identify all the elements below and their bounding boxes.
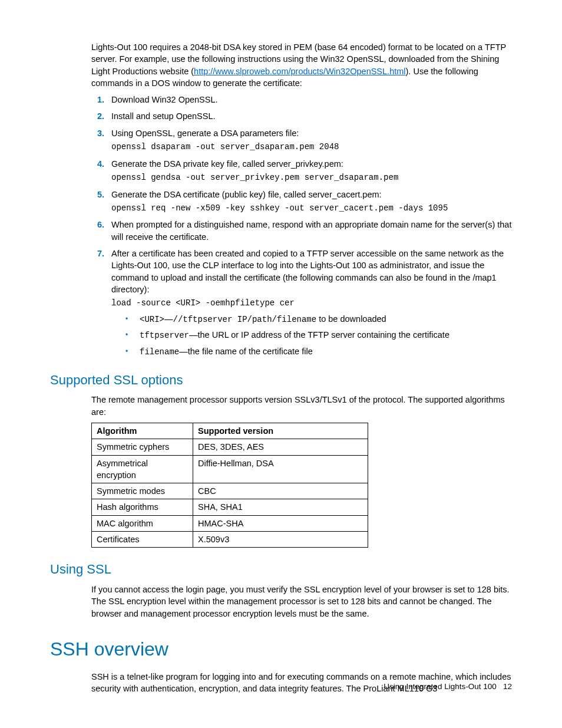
cell: Symmetric modes <box>92 483 193 499</box>
cell: Symmetric cyphers <box>92 439 193 455</box>
bullet-code2: //tftpserver IP/path/filename <box>173 315 317 324</box>
step-number: 5. <box>91 189 104 200</box>
table-row: Symmetric cyphersDES, 3DES, AES <box>92 439 368 455</box>
step-5: 5. Generate the DSA certificate (public … <box>91 189 512 215</box>
bullet-tftpserver: tftpserver—the URL or IP address of the … <box>125 329 512 342</box>
step-1: 1. Download Win32 OpenSSL. <box>91 94 512 106</box>
cell: SHA, SHA1 <box>193 499 368 515</box>
table-header-row: Algorithm Supported version <box>92 423 368 439</box>
step-text: Download Win32 OpenSSL. <box>111 95 218 104</box>
table-row: MAC algorithmHMAC-SHA <box>92 515 368 531</box>
cell: MAC algorithm <box>92 515 193 531</box>
cell: X.509v3 <box>193 532 368 548</box>
step-command: load -source <URI> -oemhpfiletype cer <box>111 298 512 309</box>
step-number: 6. <box>91 219 104 230</box>
table-row: CertificatesX.509v3 <box>92 532 368 548</box>
step-text: After a certificate has been created and… <box>111 249 504 294</box>
bullet-text: —the URL or IP address of the TFTP serve… <box>189 330 449 340</box>
cell: Diffie-Hellman, DSA <box>193 455 368 483</box>
step-4: 4. Generate the DSA private key file, ca… <box>91 158 512 184</box>
footer-text: Using Integrated Lights-Out 100 <box>384 682 496 691</box>
bullet-dash: — <box>164 314 173 324</box>
step-number: 1. <box>91 94 104 106</box>
bullet-text: —the file name of the certificate file <box>179 347 312 356</box>
table-row: Symmetric modesCBC <box>92 483 368 499</box>
using-ssl-block: If you cannot access the login page, you… <box>91 584 512 620</box>
bullet-code: <URI> <box>140 315 164 324</box>
step-number: 7. <box>91 248 104 259</box>
cell: HMAC-SHA <box>193 515 368 531</box>
cell: Asymmetrical encryption <box>92 455 193 483</box>
intro-paragraph: Lights-Out 100 requires a 2048-bit DSA k… <box>91 41 512 89</box>
step-number: 2. <box>91 110 104 122</box>
heading-supported-ssl-options: Supported SSL options <box>50 371 512 390</box>
bullet-code: filename <box>140 347 179 357</box>
step-command: openssl gendsa -out server_privkey.pem s… <box>111 172 512 184</box>
step-text: Install and setup OpenSSL. <box>111 111 216 121</box>
heading-ssh-overview: SSH overview <box>50 636 512 663</box>
step-number: 4. <box>91 158 104 170</box>
page-footer: Using Integrated Lights-Out 100 12 <box>384 681 512 693</box>
step-text: Using OpenSSL, generate a DSA parameters… <box>111 129 299 138</box>
cell: Hash algorithms <box>92 499 193 515</box>
step-3: 3. Using OpenSSL, generate a DSA paramet… <box>91 127 512 153</box>
algorithm-table: Algorithm Supported version Symmetric cy… <box>91 423 368 548</box>
using-ssl-body: If you cannot access the login page, you… <box>91 584 512 620</box>
step-command: openssl dsaparam -out server_dsaparam.pe… <box>111 141 512 153</box>
step-text: Generate the DSA certificate (public key… <box>111 190 382 199</box>
heading-using-ssl: Using SSL <box>50 561 512 579</box>
step-command: openssl req -new -x509 -key sshkey -out … <box>111 203 512 215</box>
document-page: Lights-Out 100 requires a 2048-bit DSA k… <box>0 0 562 728</box>
openssl-link[interactable]: http://www.slproweb.com/products/Win32Op… <box>194 67 405 76</box>
step-7: 7. After a certificate has been created … <box>91 248 512 358</box>
step-6: 6. When prompted for a distinguished nam… <box>91 219 512 243</box>
table-row: Hash algorithmsSHA, SHA1 <box>92 499 368 515</box>
step-7-bullets: <URI>—//tftpserver IP/path/filename to b… <box>125 313 512 358</box>
footer-page-number: 12 <box>503 682 512 691</box>
bullet-filename: filename—the file name of the certificat… <box>125 345 512 358</box>
cell: CBC <box>193 483 368 499</box>
step-2: 2. Install and setup OpenSSL. <box>91 110 512 122</box>
ssl-options-block: The remote management processor supports… <box>91 394 512 548</box>
ssl-options-body: The remote management processor supports… <box>91 394 512 418</box>
bullet-code: tftpserver <box>140 331 189 340</box>
step-text: When prompted for a distinguished name, … <box>111 220 511 241</box>
bullet-uri: <URI>—//tftpserver IP/path/filename to b… <box>125 313 512 326</box>
table-row: Asymmetrical encryptionDiffie-Hellman, D… <box>92 455 368 483</box>
cell: DES, 3DES, AES <box>193 439 368 455</box>
step-text: Generate the DSA private key file, calle… <box>111 159 343 169</box>
step-number: 3. <box>91 127 104 139</box>
cell: Certificates <box>92 532 193 548</box>
steps-list: 1. Download Win32 OpenSSL. 2. Install an… <box>91 94 512 358</box>
th-algorithm: Algorithm <box>92 423 193 439</box>
intro-paragraph-block: Lights-Out 100 requires a 2048-bit DSA k… <box>91 41 512 358</box>
th-supported-version: Supported version <box>193 423 368 439</box>
bullet-text: to be downloaded <box>316 314 386 324</box>
